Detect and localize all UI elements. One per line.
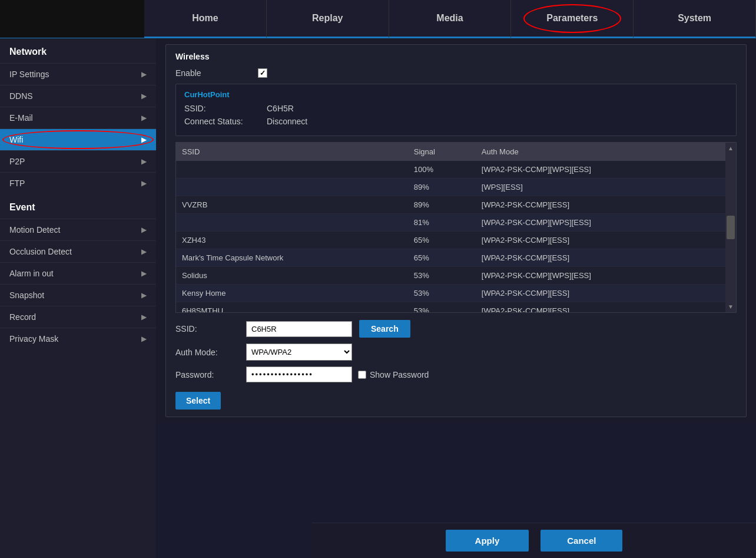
cell-ssid: Kensy Home xyxy=(176,285,408,302)
auth-mode-field-row: Auth Mode: WPA/WPA2 WPA2-PSK WPA-PSK Non… xyxy=(175,344,737,361)
ssid-field-label: SSID: xyxy=(175,324,246,334)
nav-media[interactable]: Media xyxy=(389,0,512,38)
wireless-panel: Wireless Enable CurHotPoint SSID: C6H5R … xyxy=(165,44,747,417)
table-row[interactable]: Kensy Home53%[WPA2-PSK-CCMP][ESS] xyxy=(176,285,736,302)
arrow-icon: ▶ xyxy=(141,136,147,144)
sidebar-item-p2p[interactable]: P2P ▶ xyxy=(0,150,156,172)
cell-auth: [WPA2-PSK-CCMP][ESS] xyxy=(476,196,724,214)
cell-auth: [WPS][ESS] xyxy=(476,179,724,196)
arrow-icon: ▶ xyxy=(141,335,147,343)
arrow-icon: ▶ xyxy=(141,157,147,166)
sidebar-item-snapshot[interactable]: Snapshot ▶ xyxy=(0,284,156,306)
ssid-info-label: SSID: xyxy=(184,104,267,113)
cell-ssid: VVZRB xyxy=(176,196,408,214)
table-row[interactable]: VVZRB89%[WPA2-PSK-CCMP][ESS] xyxy=(176,196,736,214)
password-field-row: Password: Show Password xyxy=(175,367,737,382)
scrollbar[interactable]: ▲ ▼ xyxy=(725,143,736,312)
table-row[interactable]: XZH4365%[WPA2-PSK-CCMP][ESS] xyxy=(176,232,736,249)
sidebar-item-ftp[interactable]: FTP ▶ xyxy=(0,172,156,194)
enable-checkbox[interactable] xyxy=(258,68,267,78)
wifi-table: SSID Signal Auth Mode 100%[WPA2-PSK-CCMP… xyxy=(176,143,736,313)
wifi-table-container: SSID Signal Auth Mode 100%[WPA2-PSK-CCMP… xyxy=(175,142,737,313)
nav-system[interactable]: System xyxy=(634,0,756,38)
password-input[interactable] xyxy=(246,367,352,382)
curhotpoint-panel: CurHotPoint SSID: C6H5R Connect Status: … xyxy=(175,84,737,136)
scrollbar-thumb[interactable] xyxy=(727,216,735,239)
search-button[interactable]: Search xyxy=(359,320,410,338)
col-auth: Auth Mode xyxy=(476,143,724,161)
arrow-icon: ▶ xyxy=(141,114,147,122)
wireless-title: Wireless xyxy=(175,52,737,61)
password-row: Show Password xyxy=(246,367,429,382)
sidebar-item-ddns[interactable]: DDNS ▶ xyxy=(0,85,156,107)
cell-signal: 53% xyxy=(408,267,476,285)
cell-signal: 89% xyxy=(408,196,476,214)
table-row[interactable]: 100%[WPA2-PSK-CCMP][WPS][ESS] xyxy=(176,161,736,179)
nav-home[interactable]: Home xyxy=(144,0,267,38)
event-section-title: Event xyxy=(0,194,156,219)
cell-ssid: XZH43 xyxy=(176,232,408,249)
table-row[interactable]: 89%[WPS][ESS] xyxy=(176,179,736,196)
connect-status-row: Connect Status: Disconnect xyxy=(184,117,728,126)
table-row[interactable]: Solidus53%[WPA2-PSK-CCMP][WPS][ESS] xyxy=(176,267,736,285)
nav-parameters[interactable]: Parameters xyxy=(511,0,634,38)
enable-row: Enable xyxy=(175,68,737,78)
curhotpoint-title: CurHotPoint xyxy=(184,90,728,99)
arrow-icon: ▶ xyxy=(141,179,147,187)
ssid-field-row: SSID: Search xyxy=(175,320,737,338)
nav-items: Home Replay Media Parameters System xyxy=(144,0,756,38)
arrow-icon: ▶ xyxy=(141,92,147,100)
sidebar-item-record[interactable]: Record ▶ xyxy=(0,306,156,328)
arrow-icon: ▶ xyxy=(141,226,147,234)
col-ssid: SSID xyxy=(176,143,408,161)
cell-signal: 89% xyxy=(408,179,476,196)
sidebar-item-motion-detect[interactable]: Motion Detect ▶ xyxy=(0,219,156,240)
content-wrapper: Wireless Enable CurHotPoint SSID: C6H5R … xyxy=(156,38,756,558)
sidebar-item-privacy-mask[interactable]: Privacy Mask ▶ xyxy=(0,328,156,349)
cell-ssid xyxy=(176,179,408,196)
arrow-icon: ▶ xyxy=(141,269,147,278)
cell-auth: [WPA2-PSK-CCMP][ESS] xyxy=(476,232,724,249)
col-signal: Signal xyxy=(408,143,476,161)
sidebar-item-alarm-in-out[interactable]: Alarm in out ▶ xyxy=(0,262,156,284)
ssid-input[interactable] xyxy=(246,321,352,337)
cell-auth: [WPA2-PSK-CCMP][ESS] xyxy=(476,285,724,302)
scroll-down-icon[interactable]: ▼ xyxy=(727,302,735,311)
cell-signal: 65% xyxy=(408,232,476,249)
table-row[interactable]: Mark's Time Capsule Network65%[WPA2-PSK-… xyxy=(176,249,736,267)
arrow-icon: ▶ xyxy=(141,313,147,321)
cell-signal: 65% xyxy=(408,249,476,267)
cell-ssid xyxy=(176,161,408,179)
cell-signal: 53% xyxy=(408,302,476,313)
enable-label: Enable xyxy=(175,68,258,78)
nav-replay[interactable]: Replay xyxy=(267,0,389,38)
cell-auth: [WPA2-PSK-CCMP][WPS][ESS] xyxy=(476,214,724,232)
cell-signal: 100% xyxy=(408,161,476,179)
sidebar-item-wifi[interactable]: Wifi ▶ xyxy=(0,128,156,150)
show-password-area: Show Password xyxy=(358,370,429,379)
sidebar: Network IP Settings ▶ DDNS ▶ E-Mail ▶ Wi… xyxy=(0,38,156,558)
scroll-up-icon[interactable]: ▲ xyxy=(727,144,735,153)
select-button[interactable]: Select xyxy=(175,392,221,410)
password-label: Password: xyxy=(175,370,246,379)
table-row[interactable]: 6H8SMTHU53%[WPA2-PSK-CCMP][ESS] xyxy=(176,302,736,313)
cell-auth: [WPA2-PSK-CCMP][WPS][ESS] xyxy=(476,161,724,179)
cell-signal: 53% xyxy=(408,285,476,302)
content-area: Wireless Enable CurHotPoint SSID: C6H5R … xyxy=(156,38,756,423)
auth-mode-select[interactable]: WPA/WPA2 WPA2-PSK WPA-PSK None xyxy=(246,344,352,361)
main-layout: Network IP Settings ▶ DDNS ▶ E-Mail ▶ Wi… xyxy=(0,38,756,558)
nav-spacer xyxy=(0,0,144,38)
sidebar-item-occlusion-detect[interactable]: Occlusion Detect ▶ xyxy=(0,240,156,262)
cell-ssid: Mark's Time Capsule Network xyxy=(176,249,408,267)
show-password-checkbox[interactable] xyxy=(358,371,366,379)
arrow-icon: ▶ xyxy=(141,70,147,78)
ssid-info-row: SSID: C6H5R xyxy=(184,104,728,113)
sidebar-item-ip-settings[interactable]: IP Settings ▶ xyxy=(0,63,156,85)
auth-mode-label: Auth Mode: xyxy=(175,348,246,357)
sidebar-item-email[interactable]: E-Mail ▶ xyxy=(0,107,156,128)
apply-button[interactable]: Apply xyxy=(446,530,529,552)
table-row[interactable]: 81%[WPA2-PSK-CCMP][WPS][ESS] xyxy=(176,214,736,232)
top-navigation: Home Replay Media Parameters System xyxy=(0,0,756,38)
network-section-title: Network xyxy=(0,38,156,63)
cancel-button[interactable]: Cancel xyxy=(541,530,622,552)
